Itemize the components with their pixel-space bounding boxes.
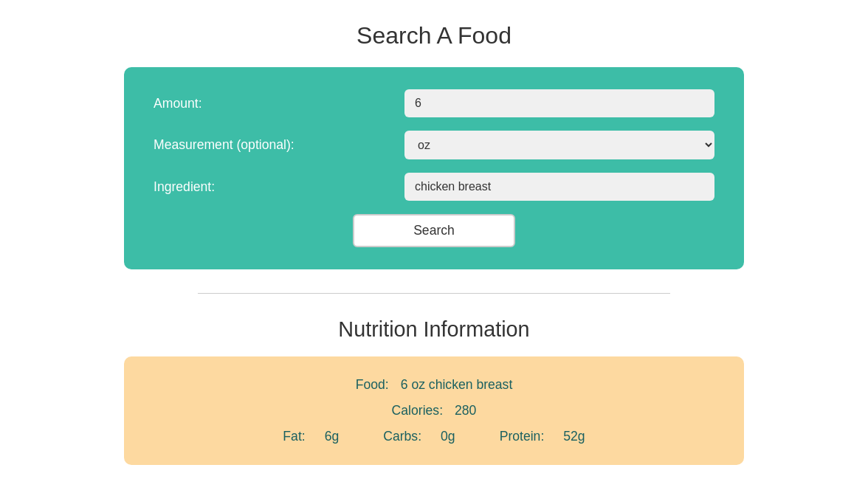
- search-button[interactable]: Search: [353, 214, 515, 247]
- search-card: Amount: Measurement (optional): oz g kg …: [124, 67, 744, 269]
- amount-label: Amount:: [154, 96, 404, 111]
- nutrition-food-row: Food: 6 oz chicken breast: [154, 377, 714, 393]
- food-value: 6 oz chicken breast: [401, 377, 513, 393]
- measurement-label: Measurement (optional):: [154, 137, 404, 153]
- protein-label: Protein:: [500, 429, 545, 444]
- page-title: Search A Food: [356, 22, 512, 49]
- protein-item: Protein: 52g: [500, 429, 585, 444]
- nutrition-title: Nutrition Information: [338, 317, 529, 342]
- divider: [198, 293, 670, 294]
- calories-value: 280: [455, 403, 476, 418]
- measurement-select[interactable]: oz g kg lb cup tbsp tsp: [404, 131, 714, 159]
- ingredient-label: Ingredient:: [154, 179, 404, 195]
- carbs-value: 0g: [441, 429, 455, 444]
- ingredient-input[interactable]: [404, 173, 714, 201]
- measurement-row: Measurement (optional): oz g kg lb cup t…: [154, 131, 714, 159]
- food-label: Food:: [356, 377, 389, 393]
- nutrition-card: Food: 6 oz chicken breast Calories: 280 …: [124, 356, 744, 465]
- fat-item: Fat: 6g: [283, 429, 339, 444]
- fat-label: Fat:: [283, 429, 305, 444]
- amount-row: Amount:: [154, 89, 714, 117]
- fat-value: 6g: [325, 429, 340, 444]
- search-button-row: Search: [154, 214, 714, 247]
- nutrition-calories-row: Calories: 280: [154, 403, 714, 418]
- calories-label: Calories:: [392, 403, 443, 418]
- amount-input[interactable]: [404, 89, 714, 117]
- carbs-item: Carbs: 0g: [383, 429, 455, 444]
- carbs-label: Carbs:: [383, 429, 421, 444]
- protein-value: 52g: [563, 429, 585, 444]
- nutrition-macros-row: Fat: 6g Carbs: 0g Protein: 52g: [154, 429, 714, 444]
- ingredient-row: Ingredient:: [154, 173, 714, 201]
